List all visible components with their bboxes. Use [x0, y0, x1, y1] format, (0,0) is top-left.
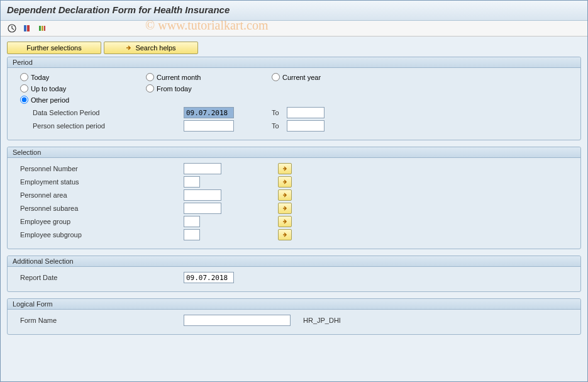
- data-selection-from-input[interactable]: [184, 107, 234, 118]
- personnel-subarea-input[interactable]: [184, 203, 221, 214]
- arrow-right-icon: [282, 166, 288, 172]
- radio-from-today-label: From today: [157, 85, 192, 93]
- radio-from-today-input[interactable]: [146, 84, 154, 93]
- form-name-suffix: HR_JP_DHI: [303, 317, 341, 324]
- report-date-label: Report Date: [20, 274, 184, 281]
- page-title: Dependent Declaration Form for Health In…: [7, 4, 581, 15]
- radio-from-today[interactable]: From today: [146, 84, 272, 93]
- svg-rect-2: [27, 25, 30, 31]
- further-selections-button[interactable]: Further selections: [7, 42, 101, 54]
- layout-icon[interactable]: [36, 23, 48, 34]
- arrow-right-icon: [282, 232, 288, 238]
- logical-form-group-title: Logical Form: [8, 299, 580, 310]
- arrow-right-icon: [126, 45, 132, 51]
- period-group: Period Today Current month Current year: [7, 57, 581, 140]
- svg-rect-4: [42, 26, 43, 31]
- personnel-area-input[interactable]: [184, 189, 221, 201]
- form-name-input[interactable]: [184, 315, 291, 326]
- personnel-number-input[interactable]: [184, 163, 221, 174]
- data-selection-period-label: Data Selection Period: [20, 109, 184, 116]
- action-buttons-row: Further selections Search helps: [7, 42, 581, 54]
- radio-today-label: Today: [31, 74, 49, 81]
- additional-selection-group-title: Additional Selection: [8, 256, 580, 267]
- search-helps-label: Search helps: [135, 44, 175, 52]
- radio-other-period-label: Other period: [31, 96, 69, 104]
- radio-up-to-today[interactable]: Up to today: [20, 84, 146, 93]
- radio-current-month-label: Current month: [157, 74, 201, 81]
- svg-rect-1: [24, 25, 26, 31]
- svg-rect-3: [39, 26, 41, 31]
- radio-up-to-today-input[interactable]: [20, 84, 28, 93]
- toolbar: [1, 21, 587, 37]
- personnel-subarea-multiselect-button[interactable]: [278, 203, 292, 214]
- report-date-input[interactable]: [184, 272, 234, 283]
- period-group-title: Period: [8, 57, 580, 68]
- radio-other-period-input[interactable]: [20, 96, 28, 104]
- person-selection-to-input[interactable]: [287, 120, 325, 132]
- employee-subgroup-multiselect-button[interactable]: [278, 229, 292, 240]
- person-selection-period-label: Person selection period: [20, 122, 184, 130]
- employment-status-label: Employment status: [20, 178, 184, 186]
- radio-today-input[interactable]: [20, 73, 28, 81]
- employee-group-input[interactable]: [184, 216, 200, 227]
- selection-group-title: Selection: [8, 147, 580, 158]
- arrow-right-icon: [282, 218, 288, 225]
- radio-current-month[interactable]: Current month: [146, 73, 272, 81]
- radio-current-year[interactable]: Current year: [272, 73, 397, 81]
- additional-selection-group: Additional Selection Report Date: [7, 256, 581, 292]
- arrow-right-icon: [282, 205, 288, 211]
- radio-today[interactable]: Today: [20, 73, 146, 81]
- employee-subgroup-input[interactable]: [184, 229, 200, 240]
- radio-current-month-input[interactable]: [146, 73, 154, 81]
- form-name-label: Form Name: [20, 317, 184, 324]
- personnel-area-multiselect-button[interactable]: [278, 189, 292, 201]
- logical-form-group: Logical Form Form Name HR_JP_DHI: [7, 298, 581, 335]
- personnel-number-multiselect-button[interactable]: [278, 163, 292, 174]
- person-selection-from-input[interactable]: [184, 120, 234, 132]
- radio-current-year-input[interactable]: [272, 73, 280, 81]
- further-selections-label: Further selections: [26, 44, 81, 52]
- content-area: Further selections Search helps Period T…: [1, 37, 587, 381]
- personnel-number-label: Personnel Number: [20, 165, 184, 172]
- selection-group: Selection Personnel Number Employment st…: [7, 147, 581, 249]
- svg-rect-5: [44, 26, 45, 31]
- to-label-1: To: [272, 109, 279, 116]
- to-label-2: To: [272, 122, 279, 130]
- arrow-right-icon: [282, 192, 288, 198]
- data-selection-to-input[interactable]: [287, 107, 325, 118]
- title-bar: Dependent Declaration Form for Health In…: [1, 1, 587, 21]
- arrow-right-icon: [282, 179, 288, 185]
- employee-group-label: Employee group: [20, 218, 184, 225]
- employee-group-multiselect-button[interactable]: [278, 216, 292, 227]
- radio-other-period[interactable]: Other period: [20, 96, 146, 104]
- employee-subgroup-label: Employee subgroup: [20, 231, 184, 239]
- radio-current-year-label: Current year: [282, 74, 321, 81]
- employment-status-multiselect-button[interactable]: [278, 176, 292, 188]
- execute-icon[interactable]: [6, 23, 18, 34]
- variant-icon[interactable]: [21, 23, 33, 34]
- employment-status-input[interactable]: [184, 176, 200, 188]
- search-helps-button[interactable]: Search helps: [104, 42, 198, 54]
- personnel-area-label: Personnel area: [20, 191, 184, 199]
- personnel-subarea-label: Personnel subarea: [20, 205, 184, 212]
- radio-up-to-today-label: Up to today: [31, 85, 66, 93]
